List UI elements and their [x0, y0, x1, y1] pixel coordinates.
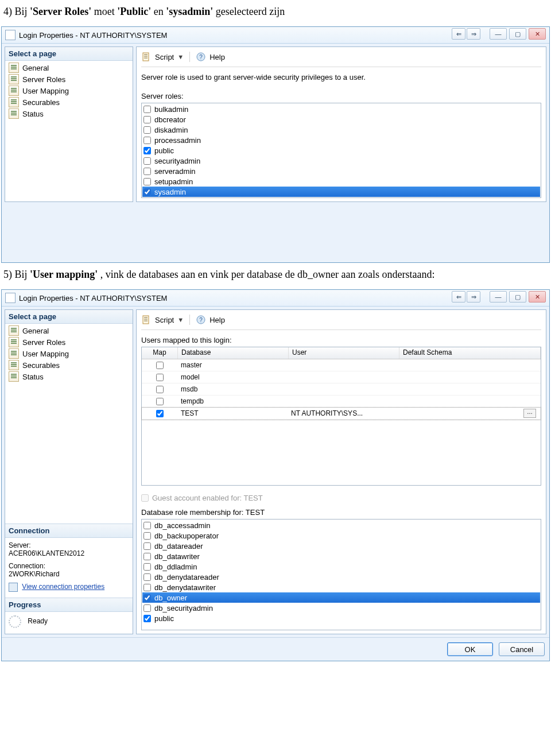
users-mapped-label: Users mapped to this login:: [141, 336, 541, 344]
role-bulkadmin[interactable]: bulkadmin: [142, 104, 540, 114]
toolbar: Script ▼ ? Help: [141, 313, 541, 330]
cancel-button[interactable]: Cancel: [499, 642, 545, 656]
instruction-step-5: 5) Bij 'User mapping' , vink de database…: [3, 269, 551, 281]
db-role-list: db_accessadmin db_backupoperator db_data…: [141, 519, 541, 630]
instruction-step-4: 4) Bij 'Server Roles' moet 'Public' en '…: [3, 6, 551, 18]
guest-account-checkbox: Guest account enabled for: TEST: [141, 494, 541, 502]
page-icon: [9, 74, 19, 84]
sidebar-item-securables[interactable]: Securables: [5, 359, 133, 371]
dbrole-denydatareader[interactable]: db_denydatareader: [142, 572, 540, 582]
server-value: ACER06\KLANTEN2012: [9, 549, 129, 557]
role-setupadmin[interactable]: setupadmin: [142, 176, 540, 187]
help-button[interactable]: Help: [209, 316, 225, 324]
maximize-button[interactable]: ▢: [509, 28, 526, 40]
page-icon: [9, 97, 19, 107]
dbrole-ddladmin[interactable]: db_ddladmin: [142, 561, 540, 572]
role-dbcreator[interactable]: dbcreator: [142, 114, 540, 125]
dbrole-denydatawriter[interactable]: db_denydatawriter: [142, 582, 540, 592]
role-sysadmin[interactable]: sysadmin: [142, 187, 540, 197]
role-securityadmin[interactable]: securityadmin: [142, 156, 540, 166]
dbrole-owner[interactable]: db_owner: [142, 592, 540, 603]
dbrole-accessadmin[interactable]: db_accessadmin: [142, 520, 540, 530]
window-icon: [5, 30, 15, 40]
dbrole-backupoperator[interactable]: db_backupoperator: [142, 530, 540, 541]
svg-text:?: ?: [199, 317, 203, 323]
sidebar-item-user-mapping[interactable]: User Mapping: [5, 348, 133, 359]
page-icon: [9, 371, 19, 382]
col-map[interactable]: Map: [142, 347, 178, 359]
sidebar-item-status[interactable]: Status: [5, 108, 133, 119]
server-roles-list: bulkadmin dbcreator diskadmin processadm…: [141, 103, 541, 198]
progress-spinner-icon: [9, 615, 21, 628]
window-title: Login Properties - NT AUTHORITY\SYSTEM: [19, 31, 167, 40]
maximize-button[interactable]: ▢: [509, 291, 526, 303]
sidebar-item-general[interactable]: General: [5, 325, 133, 336]
map-row-master[interactable]: master: [142, 359, 541, 371]
sidebar-header: Select a page: [5, 310, 133, 324]
page-icon: [9, 325, 19, 336]
map-row-tempdb[interactable]: tempdb: [142, 396, 541, 408]
server-roles-label: Server roles:: [141, 92, 541, 100]
login-properties-window-1: Login Properties - NT AUTHORITY\SYSTEM ⇐…: [1, 26, 550, 263]
page-icon: [9, 337, 19, 347]
sidebar-item-securables[interactable]: Securables: [5, 96, 133, 108]
col-schema[interactable]: Default Schema: [399, 347, 541, 359]
nav-back-button[interactable]: ⇐: [452, 291, 465, 303]
sidebar-item-user-mapping[interactable]: User Mapping: [5, 85, 133, 96]
script-icon: [141, 52, 152, 62]
script-button[interactable]: Script: [155, 316, 174, 324]
nav-forward-button[interactable]: ⇒: [467, 28, 480, 40]
ok-button[interactable]: OK: [447, 642, 493, 656]
script-button[interactable]: Script: [155, 53, 174, 61]
role-membership-label: Database role membership for: TEST: [141, 508, 541, 517]
svg-text:?: ?: [199, 54, 203, 60]
page-icon: [9, 63, 19, 73]
dbrole-datareader[interactable]: db_datareader: [142, 541, 540, 551]
help-icon: ?: [196, 315, 206, 325]
sidebar-item-server-roles[interactable]: Server Roles: [5, 336, 133, 348]
login-properties-window-2: Login Properties - NT AUTHORITY\SYSTEM ⇐…: [1, 289, 550, 661]
toolbar: Script ▼ ? Help: [141, 51, 541, 67]
main-panel: Script ▼ ? Help Users mapped to this log…: [136, 309, 546, 634]
close-button[interactable]: ✕: [529, 28, 546, 40]
role-processadmin[interactable]: processadmin: [142, 135, 540, 145]
map-row-test[interactable]: TEST NT AUTHORITY\SYS... …: [142, 408, 541, 420]
col-user[interactable]: User: [289, 347, 399, 359]
server-label: Server:: [9, 541, 129, 549]
page-icon: [9, 86, 19, 96]
progress-header: Progress: [5, 598, 133, 612]
page-description: Server role is used to grant server-wide…: [141, 73, 541, 82]
sidebar-item-server-roles[interactable]: Server Roles: [5, 73, 133, 85]
titlebar: Login Properties - NT AUTHORITY\SYSTEM ⇐…: [2, 290, 549, 307]
help-button[interactable]: Help: [209, 53, 225, 61]
map-row-model[interactable]: model: [142, 371, 541, 383]
svg-rect-3: [143, 316, 149, 324]
minimize-button[interactable]: —: [490, 28, 507, 40]
close-button[interactable]: ✕: [529, 291, 546, 303]
page-icon: [9, 348, 19, 359]
view-connection-link[interactable]: View connection properties: [9, 583, 129, 592]
nav-back-button[interactable]: ⇐: [452, 28, 465, 40]
role-public[interactable]: public: [142, 145, 540, 156]
window-title: Login Properties - NT AUTHORITY\SYSTEM: [19, 294, 167, 303]
sidebar-item-general[interactable]: General: [5, 62, 133, 73]
help-icon: ?: [196, 52, 206, 62]
nav-forward-button[interactable]: ⇒: [467, 291, 480, 303]
dbrole-datawriter[interactable]: db_datawriter: [142, 551, 540, 561]
script-dropdown-icon[interactable]: ▼: [177, 316, 184, 323]
dbrole-public[interactable]: public: [142, 613, 540, 623]
col-database[interactable]: Database: [178, 347, 289, 359]
minimize-button[interactable]: —: [490, 291, 507, 303]
dbrole-securityadmin[interactable]: db_securityadmin: [142, 603, 540, 613]
schema-browse-button[interactable]: …: [523, 409, 536, 418]
map-row-msdb[interactable]: msdb: [142, 383, 541, 396]
role-serveradmin[interactable]: serveradmin: [142, 166, 540, 176]
sidebar-item-status[interactable]: Status: [5, 371, 133, 382]
role-diskadmin[interactable]: diskadmin: [142, 125, 540, 135]
main-panel: Script ▼ ? Help Server role is used to g…: [136, 46, 546, 202]
script-dropdown-icon[interactable]: ▼: [177, 53, 184, 60]
titlebar: Login Properties - NT AUTHORITY\SYSTEM ⇐…: [2, 27, 549, 44]
page-selector-sidebar: Select a page General Server Roles User …: [5, 46, 133, 202]
properties-icon: [9, 583, 18, 592]
progress-status: Ready: [5, 612, 133, 634]
